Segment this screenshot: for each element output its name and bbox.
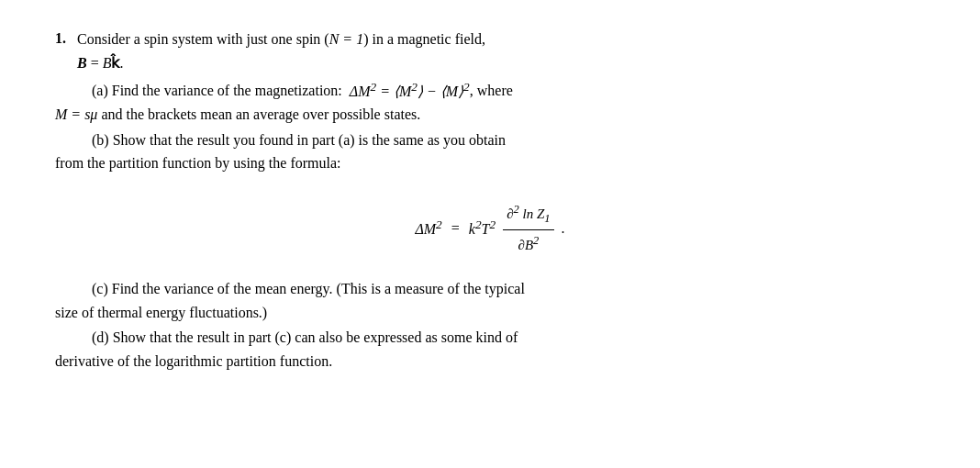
variance-eq: ΔM2 = ⟨M2⟩ − ⟨M⟩2	[350, 84, 470, 99]
part-d-text: (d) Show that the result in part (c) can…	[92, 329, 518, 345]
part-b-label: (b) Show that the result you found in pa…	[92, 132, 506, 148]
part-c-line2: size of thermal energy fluctuations.)	[55, 301, 925, 325]
eq-coeff: k2T2	[469, 216, 496, 240]
eq-denominator: ∂B2	[514, 230, 542, 256]
part-a-comma: , where	[470, 84, 513, 99]
partial-symbol-bottom: ∂B2	[518, 238, 539, 252]
B-eq-text: = Bk̂.	[87, 55, 124, 71]
problem-container: 1. Consider a spin system with just one …	[55, 28, 925, 373]
N-equation: N = 1	[329, 31, 363, 47]
M-eq: M = sμ	[55, 106, 97, 122]
eq-fraction: ∂2 ln Z1 ∂B2	[503, 201, 553, 255]
problem-header: 1. Consider a spin system with just one …	[55, 28, 925, 74]
part-d-line2: derivative of the logarithmic partition …	[55, 350, 925, 373]
eq-lhs: ΔM2	[415, 216, 441, 240]
part-a-line1: (a) Find the variance of the magnetizati…	[55, 76, 925, 103]
part-a-line2: M = sμ and the brackets mean an average …	[55, 103, 925, 127]
intro-text: Consider a spin system with just one spi…	[77, 31, 485, 47]
partial-symbol-top: ∂2 ln Z1	[507, 206, 550, 221]
part-a-label: (a) Find the variance of the magnetizati…	[92, 84, 350, 99]
part-c-line1: (c) Find the variance of the mean energy…	[55, 277, 925, 301]
part-a-rest: and the brackets mean an average over po…	[97, 106, 420, 122]
intro-line: Consider a spin system with just one spi…	[77, 28, 485, 51]
part-b-line1: (b) Show that the result you found in pa…	[55, 128, 925, 152]
part-c-text: (c) Find the variance of the mean energy…	[92, 281, 525, 296]
part-b-line2: from the partition function by using the…	[55, 151, 925, 175]
eq-equals: =	[448, 217, 463, 240]
B-field-line: B = Bk̂.	[77, 51, 485, 75]
eq-numerator: ∂2 ln Z1	[503, 201, 553, 230]
display-equation: ΔM2 = k2T2 ∂2 ln Z1 ∂B2 .	[55, 201, 925, 255]
part-d-line1: (d) Show that the result in part (c) can…	[55, 326, 925, 350]
eq-period: .	[562, 217, 565, 240]
part-b-text: from the partition function by using the…	[55, 155, 341, 171]
problem-number: 1.	[55, 28, 66, 50]
part-d-text2: derivative of the logarithmic partition …	[55, 353, 332, 369]
part-c-text2: size of thermal energy fluctuations.)	[55, 305, 267, 320]
equation-content: ΔM2 = k2T2 ∂2 ln Z1 ∂B2 .	[415, 201, 564, 255]
problem-intro-block: Consider a spin system with just one spi…	[77, 28, 485, 74]
B-bold: B	[77, 55, 87, 71]
